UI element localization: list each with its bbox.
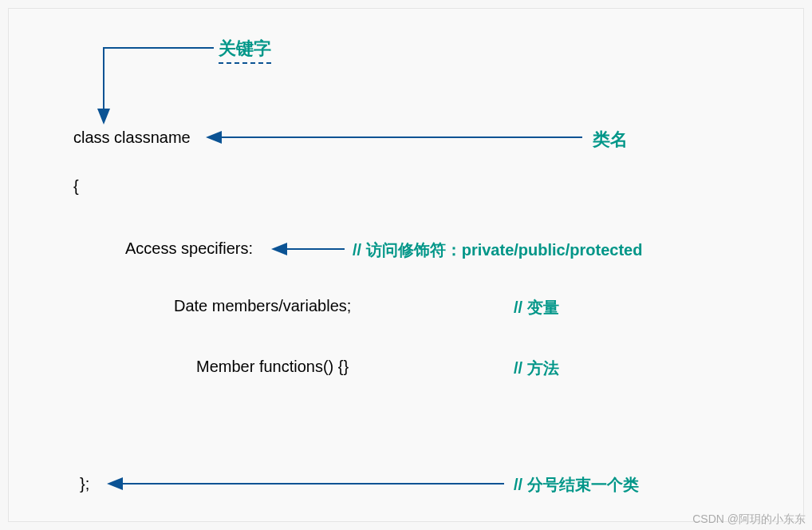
comment-access: // 访问修饰符：private/public/protected (353, 239, 642, 261)
diagram-frame (8, 8, 804, 522)
code-open-brace: { (73, 177, 79, 196)
comment-methods: // 方法 (514, 358, 559, 379)
code-close-brace: }; (80, 475, 89, 493)
label-keyword: 关键字 (219, 37, 271, 64)
comment-variables: // 变量 (514, 297, 559, 318)
code-class-decl: class classname (73, 129, 191, 147)
code-data-members: Date members/variables; (174, 297, 351, 315)
comment-semicolon: // 分号结束一个类 (514, 474, 639, 496)
code-member-functions: Member functions() {} (196, 358, 349, 376)
label-classname: 类名 (593, 128, 628, 152)
watermark: CSDN @阿玥的小东东 (692, 512, 806, 527)
code-access-specifiers: Access specifiers: (125, 239, 253, 258)
